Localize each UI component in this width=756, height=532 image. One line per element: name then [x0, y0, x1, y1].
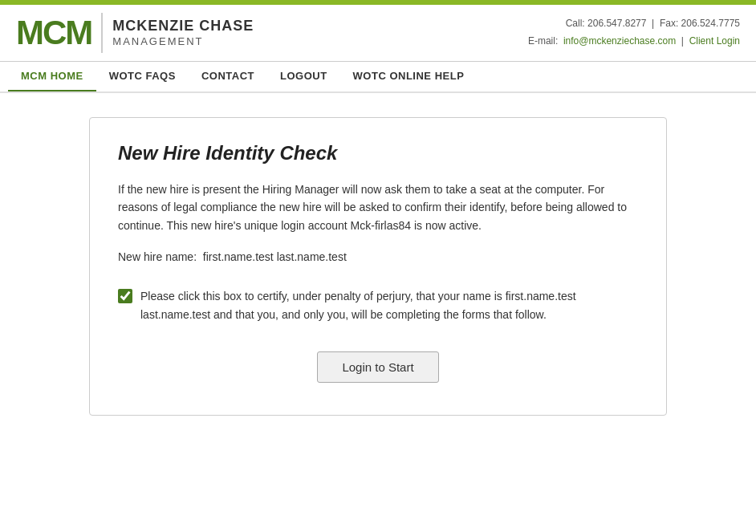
new-hire-name-line: New hire name: first.name.test last.name… — [118, 250, 638, 263]
new-hire-name-value: first.name.test last.name.test — [203, 250, 347, 263]
call-label: Call: — [566, 18, 585, 29]
contact-info: Call: 206.547.8277 | Fax: 206.524.7775 E… — [528, 15, 740, 50]
email-link[interactable]: info@mckenziechase.com — [563, 35, 676, 47]
call-number: 206.547.8277 — [587, 18, 646, 29]
certify-text: Please click this box to certify, under … — [140, 287, 638, 323]
nav-item-wotc-online-help: WOTC ONLINE HELP — [340, 62, 478, 91]
login-btn-container: Login to Start — [118, 351, 638, 383]
nav-item-logout: LOGOUT — [267, 62, 340, 91]
logo-area: MCM MCKENZIE CHASE MANAGEMENT — [16, 13, 254, 53]
certify-section: Please click this box to certify, under … — [118, 287, 638, 323]
nav-bar: MCM HOME WOTC FAQS CONTACT LOGOUT WOTC O… — [0, 62, 756, 93]
fax-number: 206.524.7775 — [681, 18, 740, 29]
login-to-start-button[interactable]: Login to Start — [317, 351, 438, 383]
nav-link-wotc-online-help[interactable]: WOTC ONLINE HELP — [340, 62, 478, 90]
client-login-link[interactable]: Client Login — [689, 35, 740, 47]
content-box: New Hire Identity Check If the new hire … — [89, 117, 667, 416]
nav-link-mcm-home[interactable]: MCM HOME — [8, 62, 96, 91]
logo-divider — [101, 13, 103, 53]
fax-label: Fax: — [660, 18, 678, 29]
nav-list: MCM HOME WOTC FAQS CONTACT LOGOUT WOTC O… — [8, 62, 748, 91]
certify-checkbox[interactable] — [118, 289, 132, 303]
page-title: New Hire Identity Check — [118, 142, 638, 164]
main-content: New Hire Identity Check If the new hire … — [0, 93, 756, 440]
nav-link-wotc-faqs[interactable]: WOTC FAQS — [96, 62, 189, 90]
nav-link-logout[interactable]: LOGOUT — [267, 62, 340, 90]
nav-link-contact[interactable]: CONTACT — [189, 62, 267, 90]
email-info: E-mail: info@mckenziechase.com | Client … — [528, 33, 740, 51]
nav-item-wotc-faqs: WOTC FAQS — [96, 62, 189, 91]
nav-item-mcm-home: MCM HOME — [8, 62, 96, 91]
new-hire-label: New hire name: — [118, 250, 197, 263]
nav-item-contact: CONTACT — [189, 62, 267, 91]
header: MCM MCKENZIE CHASE MANAGEMENT Call: 206.… — [0, 5, 756, 62]
email-label: E-mail: — [528, 35, 558, 47]
description-text: If the new hire is present the Hiring Ma… — [118, 181, 638, 234]
logo-mcm: MCM — [16, 16, 91, 50]
call-info: Call: 206.547.8277 | Fax: 206.524.7775 — [528, 15, 740, 33]
logo-text-top: MCKENZIE CHASE — [112, 18, 254, 35]
logo-text: MCKENZIE CHASE MANAGEMENT — [112, 18, 254, 47]
logo-text-bottom: MANAGEMENT — [112, 35, 254, 48]
